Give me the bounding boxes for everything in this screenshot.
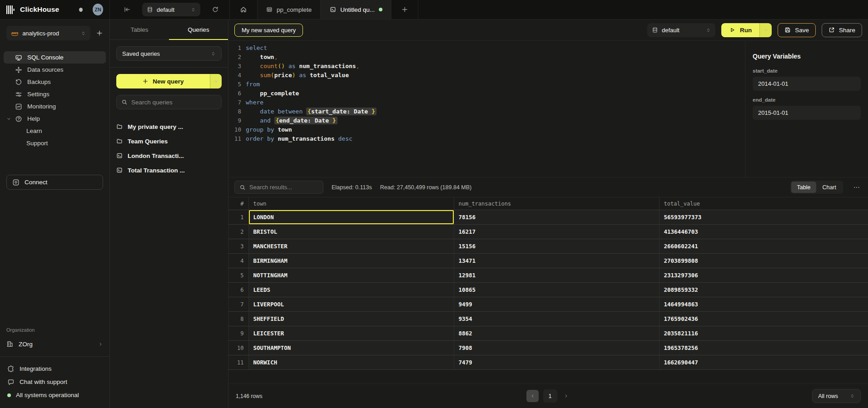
prev-page-button[interactable] bbox=[526, 390, 539, 402]
cell-town[interactable]: LONDON bbox=[248, 210, 454, 225]
sql-editor[interactable]: 1select2 town,3 count() as num_transacti… bbox=[228, 41, 745, 177]
search-results-input[interactable]: Search results... bbox=[234, 181, 323, 194]
row-number[interactable]: 9 bbox=[228, 326, 248, 341]
search-queries-input[interactable]: Search queries bbox=[116, 95, 222, 109]
cell-num_transactions[interactable]: 15156 bbox=[454, 239, 659, 254]
cell-num_transactions[interactable]: 8862 bbox=[454, 326, 659, 341]
cell-num_transactions[interactable]: 9499 bbox=[454, 297, 659, 312]
cell-total_value[interactable]: 56593977373 bbox=[659, 210, 868, 225]
sidebar-footer-integrations[interactable]: Integrations bbox=[7, 362, 102, 375]
query-icon bbox=[116, 167, 123, 173]
cell-num_transactions[interactable]: 9354 bbox=[454, 312, 659, 326]
cell-total_value[interactable]: 2089859332 bbox=[659, 283, 868, 297]
cell-total_value[interactable]: 1464994863 bbox=[659, 297, 868, 312]
save-button[interactable]: Save bbox=[778, 23, 816, 37]
topbar-tab[interactable]: Untitled qu... bbox=[321, 0, 392, 19]
tab-queries[interactable]: Queries bbox=[169, 20, 228, 39]
variable-input-start_date[interactable]: 2014-01-01 bbox=[753, 77, 861, 91]
organization-row[interactable]: ZOrg bbox=[6, 337, 103, 351]
editor-database-selector[interactable]: default bbox=[647, 23, 715, 37]
new-query-menu-button[interactable] bbox=[210, 74, 222, 88]
cell-num_transactions[interactable]: 78156 bbox=[454, 210, 659, 225]
results-menu-button[interactable] bbox=[851, 184, 862, 191]
topbar-database-selector[interactable]: default bbox=[142, 3, 200, 16]
cell-town[interactable]: MANCHESTER bbox=[248, 239, 454, 254]
cell-total_value[interactable]: 1965378256 bbox=[659, 341, 868, 355]
cell-num_transactions[interactable]: 16217 bbox=[454, 225, 659, 239]
cell-town[interactable]: LEICESTER bbox=[248, 326, 454, 341]
run-options-button[interactable] bbox=[759, 23, 772, 37]
add-service-button[interactable] bbox=[96, 29, 103, 37]
view-toggle-table[interactable]: Table bbox=[791, 182, 817, 193]
cell-total_value[interactable]: 2660602241 bbox=[659, 239, 868, 254]
sidebar-item-settings[interactable]: Settings bbox=[4, 88, 106, 100]
sidebar-item-monitoring[interactable]: Monitoring bbox=[4, 100, 106, 113]
row-number[interactable]: 7 bbox=[228, 297, 248, 312]
new-tab-button[interactable] bbox=[392, 0, 418, 19]
sidebar-item-learn[interactable]: Learn bbox=[4, 125, 106, 137]
row-number[interactable]: 11 bbox=[228, 355, 248, 370]
refresh-icon[interactable] bbox=[212, 6, 219, 13]
row-number[interactable]: 3 bbox=[228, 239, 248, 254]
sidebar-footer-chat-with-support[interactable]: Chat with support bbox=[7, 375, 102, 388]
row-number[interactable]: 8 bbox=[228, 312, 248, 326]
row-number[interactable]: 2 bbox=[228, 225, 248, 239]
cell-total_value[interactable]: 2703899808 bbox=[659, 254, 868, 268]
variable-input-end_date[interactable]: 2015-01-01 bbox=[753, 106, 861, 120]
cell-town[interactable]: BRISTOL bbox=[248, 225, 454, 239]
sidebar-footer-all-systems-operational[interactable]: All systems operational bbox=[7, 388, 102, 402]
sidebar-item-sql-console[interactable]: SQL Console bbox=[4, 51, 106, 64]
saved-query-tab[interactable]: My new saved query bbox=[234, 24, 303, 37]
cell-total_value[interactable]: 2313297306 bbox=[659, 268, 868, 283]
home-icon[interactable] bbox=[230, 6, 257, 13]
cell-num_transactions[interactable]: 13471 bbox=[454, 254, 659, 268]
sidebar-item-support[interactable]: Support bbox=[4, 137, 106, 149]
row-number[interactable]: 10 bbox=[228, 341, 248, 355]
sidebar-item-data-sources[interactable]: Data sources bbox=[4, 64, 106, 76]
collapse-panel-icon[interactable] bbox=[124, 6, 131, 13]
cell-total_value[interactable]: 4136446703 bbox=[659, 225, 868, 239]
cell-total_value[interactable]: 1662690447 bbox=[659, 355, 868, 370]
saved-queries-selector[interactable]: Saved queries bbox=[116, 46, 222, 61]
sidebar-item-help[interactable]: Help bbox=[4, 113, 106, 125]
column-header-index[interactable]: # bbox=[228, 197, 248, 210]
cell-town[interactable]: NOTTINGHAM bbox=[248, 268, 454, 283]
cell-num_transactions[interactable]: 7908 bbox=[454, 341, 659, 355]
column-header-town[interactable]: town bbox=[248, 197, 454, 210]
run-button[interactable]: Run bbox=[721, 23, 772, 37]
saved-query-item[interactable]: London Transacti... bbox=[116, 148, 222, 163]
row-number[interactable]: 5 bbox=[228, 268, 248, 283]
connect-icon bbox=[12, 179, 20, 186]
column-header-num_transactions[interactable]: num_transactions bbox=[454, 197, 659, 210]
cell-total_value[interactable]: 1765902436 bbox=[659, 312, 868, 326]
share-button[interactable]: Share bbox=[822, 23, 862, 37]
page-number[interactable]: 1 bbox=[543, 389, 557, 403]
next-page-button[interactable] bbox=[562, 393, 570, 398]
tab-tables[interactable]: Tables bbox=[110, 20, 169, 39]
new-query-button[interactable]: New query bbox=[116, 74, 222, 88]
cell-num_transactions[interactable]: 12981 bbox=[454, 268, 659, 283]
view-toggle-chart[interactable]: Chart bbox=[816, 182, 842, 193]
row-number[interactable]: 1 bbox=[228, 210, 248, 225]
cell-town[interactable]: NORWICH bbox=[248, 355, 454, 370]
cell-town[interactable]: BIRMINGHAM bbox=[248, 254, 454, 268]
saved-query-item[interactable]: My private query ... bbox=[116, 119, 222, 134]
column-header-total_value[interactable]: total_value bbox=[659, 197, 868, 210]
user-avatar[interactable]: ZN bbox=[93, 4, 103, 15]
cell-town[interactable]: LIVERPOOL bbox=[248, 297, 454, 312]
connect-button[interactable]: Connect bbox=[6, 175, 103, 190]
service-selector[interactable]: aws analytics-prod bbox=[6, 26, 90, 40]
cell-num_transactions[interactable]: 7479 bbox=[454, 355, 659, 370]
saved-query-item[interactable]: Team Queries bbox=[116, 134, 222, 148]
cell-town[interactable]: SOUTHAMPTON bbox=[248, 341, 454, 355]
cell-town[interactable]: SHEFFIELD bbox=[248, 312, 454, 326]
topbar-tab[interactable]: pp_complete bbox=[257, 0, 321, 19]
saved-query-item[interactable]: Total Transaction ... bbox=[116, 163, 222, 177]
cell-num_transactions[interactable]: 10865 bbox=[454, 283, 659, 297]
sidebar-item-backups[interactable]: Backups bbox=[4, 76, 106, 88]
row-number[interactable]: 4 bbox=[228, 254, 248, 268]
cell-town[interactable]: LEEDS bbox=[248, 283, 454, 297]
row-number[interactable]: 6 bbox=[228, 283, 248, 297]
cell-total_value[interactable]: 2035821116 bbox=[659, 326, 868, 341]
page-size-selector[interactable]: All rows bbox=[812, 389, 861, 403]
